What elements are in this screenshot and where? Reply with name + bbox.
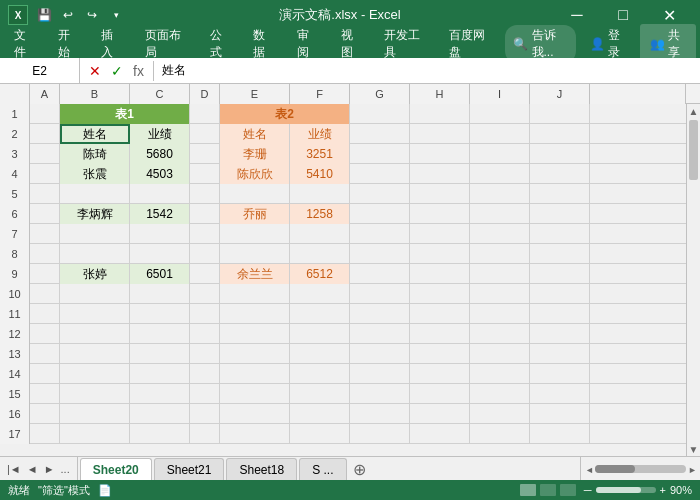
- login-button[interactable]: 👤 登录: [580, 24, 636, 64]
- cell-j5[interactable]: [530, 184, 590, 204]
- cell-g2[interactable]: [350, 124, 410, 144]
- menu-page-layout[interactable]: 页面布局: [135, 23, 198, 65]
- sheet-tab-sheet21[interactable]: Sheet21: [154, 458, 225, 480]
- cell-g9[interactable]: [350, 264, 410, 284]
- cell-h9[interactable]: [410, 264, 470, 284]
- sheet-tab-s-dots[interactable]: S ...: [299, 458, 346, 480]
- cell-c2[interactable]: 业绩: [130, 124, 190, 144]
- cell-h5[interactable]: [410, 184, 470, 204]
- add-sheet-button[interactable]: ⊕: [349, 458, 371, 480]
- cell-f4[interactable]: 5410: [290, 164, 350, 184]
- cell-d4[interactable]: [190, 164, 220, 184]
- scroll-thumb[interactable]: [689, 120, 698, 180]
- share-button[interactable]: 👥 共享: [640, 24, 696, 64]
- cell-a3[interactable]: [30, 144, 60, 164]
- customize-icon[interactable]: ▾: [106, 5, 126, 25]
- cell-a5[interactable]: [30, 184, 60, 204]
- col-header-f[interactable]: F: [290, 84, 350, 104]
- cell-d5[interactable]: [190, 184, 220, 204]
- cell-b5[interactable]: [60, 184, 130, 204]
- cell-f5[interactable]: [290, 184, 350, 204]
- formula-input[interactable]: 姓名: [154, 62, 700, 79]
- sheet-nav-dots[interactable]: ...: [58, 461, 73, 477]
- cell-j4[interactable]: [530, 164, 590, 184]
- zoom-slider-thumb[interactable]: [596, 487, 641, 493]
- cell-a6[interactable]: [30, 204, 60, 224]
- cell-g4[interactable]: [350, 164, 410, 184]
- cell-e8[interactable]: [220, 244, 290, 264]
- cell-b3[interactable]: 陈琦: [60, 144, 130, 164]
- page-break-view-button[interactable]: [560, 484, 576, 496]
- cell-i9[interactable]: [470, 264, 530, 284]
- cell-g6[interactable]: [350, 204, 410, 224]
- cell-h8[interactable]: [410, 244, 470, 264]
- menu-data[interactable]: 数据: [243, 23, 285, 65]
- menu-insert[interactable]: 插入: [91, 23, 133, 65]
- cell-i1[interactable]: [470, 104, 530, 124]
- cell-d1[interactable]: [190, 104, 220, 124]
- menu-formula[interactable]: 公式: [200, 23, 242, 65]
- sheet-nav-next[interactable]: ►: [41, 461, 58, 477]
- cell-a4[interactable]: [30, 164, 60, 184]
- cell-j3[interactable]: [530, 144, 590, 164]
- cell-c8[interactable]: [130, 244, 190, 264]
- redo-icon[interactable]: ↪: [82, 5, 102, 25]
- save-icon[interactable]: 💾: [34, 5, 54, 25]
- sheet-nav-first[interactable]: |◄: [4, 461, 24, 477]
- cell-g8[interactable]: [350, 244, 410, 264]
- sheet-tab-sheet20[interactable]: Sheet20: [80, 458, 152, 480]
- cell-j6[interactable]: [530, 204, 590, 224]
- cell-e5[interactable]: [220, 184, 290, 204]
- cell-b4[interactable]: 张震: [60, 164, 130, 184]
- cell-a2[interactable]: [30, 124, 60, 144]
- cell-d9[interactable]: [190, 264, 220, 284]
- cell-f3[interactable]: 3251: [290, 144, 350, 164]
- cell-h2[interactable]: [410, 124, 470, 144]
- cell-g1[interactable]: [350, 104, 410, 124]
- cell-f6[interactable]: 1258: [290, 204, 350, 224]
- cell-g7[interactable]: [350, 224, 410, 244]
- cell-b6[interactable]: 李炳辉: [60, 204, 130, 224]
- cell-c4[interactable]: 4503: [130, 164, 190, 184]
- cell-c6[interactable]: 1542: [130, 204, 190, 224]
- cell-a8[interactable]: [30, 244, 60, 264]
- cell-b9[interactable]: 张婷: [60, 264, 130, 284]
- cell-j9[interactable]: [530, 264, 590, 284]
- cell-i8[interactable]: [470, 244, 530, 264]
- cell-f2[interactable]: 业绩: [290, 124, 350, 144]
- vertical-scrollbar[interactable]: ▲ ▼: [686, 104, 700, 456]
- cell-a7[interactable]: [30, 224, 60, 244]
- search-box[interactable]: 🔍 告诉我...: [505, 25, 577, 63]
- cell-h1[interactable]: [410, 104, 470, 124]
- page-layout-view-button[interactable]: [540, 484, 556, 496]
- cell-f8[interactable]: [290, 244, 350, 264]
- scroll-right-button[interactable]: ►: [688, 465, 696, 473]
- cell-c3[interactable]: 5680: [130, 144, 190, 164]
- cell-g3[interactable]: [350, 144, 410, 164]
- cell-f7[interactable]: [290, 224, 350, 244]
- col-header-d[interactable]: D: [190, 84, 220, 104]
- cell-i5[interactable]: [470, 184, 530, 204]
- cell-h6[interactable]: [410, 204, 470, 224]
- cell-h3[interactable]: [410, 144, 470, 164]
- cell-i3[interactable]: [470, 144, 530, 164]
- cell-e6[interactable]: 乔丽: [220, 204, 290, 224]
- undo-icon[interactable]: ↩: [58, 5, 78, 25]
- cell-e2[interactable]: 姓名: [220, 124, 290, 144]
- scroll-up-button[interactable]: ▲: [687, 104, 700, 118]
- col-header-g[interactable]: G: [350, 84, 410, 104]
- cell-b8[interactable]: [60, 244, 130, 264]
- cell-d8[interactable]: [190, 244, 220, 264]
- cell-e1[interactable]: 表2: [220, 104, 350, 124]
- confirm-button[interactable]: ✓: [108, 61, 126, 81]
- menu-view[interactable]: 视图: [331, 23, 373, 65]
- cell-b1[interactable]: 表1: [60, 104, 190, 124]
- menu-developer[interactable]: 开发工具: [374, 23, 437, 65]
- cell-h7[interactable]: [410, 224, 470, 244]
- cell-h4[interactable]: [410, 164, 470, 184]
- scroll-left-button[interactable]: ◄: [585, 465, 593, 473]
- cell-e9[interactable]: 余兰兰: [220, 264, 290, 284]
- cell-j8[interactable]: [530, 244, 590, 264]
- cell-b7[interactable]: [60, 224, 130, 244]
- col-header-e[interactable]: E: [220, 84, 290, 104]
